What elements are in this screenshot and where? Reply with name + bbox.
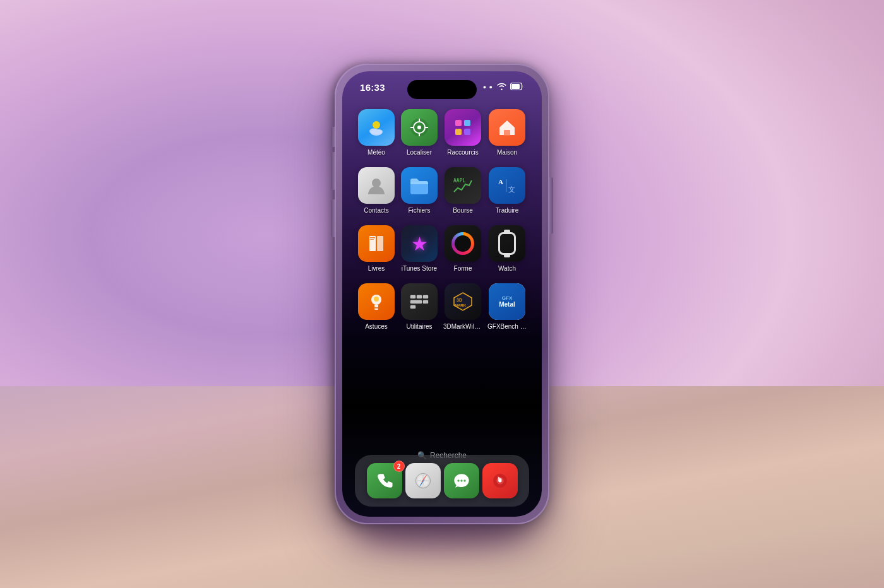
dock: 2 [355,455,529,507]
app-label-itunes: iTunes Store [402,265,437,272]
app-icon-gfxbench: GFX Metal [489,283,525,320]
phone-screen: 16:33 ● ● [342,71,542,517]
volume-down-button[interactable] [331,199,335,237]
dynamic-island [407,80,477,99]
dock-item-safari[interactable] [405,463,441,498]
dock-item-music[interactable] [482,463,518,498]
itunes-star-icon: ★ [411,233,428,255]
app-item-livres[interactable]: Livres [357,225,395,272]
svg-rect-14 [464,120,470,126]
forme-ring-icon [451,232,474,255]
app-label-forme: Forme [454,265,472,272]
svg-rect-32 [410,295,415,298]
svg-rect-25 [377,236,383,251]
app-item-maison[interactable]: Maison [487,109,527,156]
app-item-fichiers[interactable]: Fichiers [400,167,438,214]
phone: 16:33 ● ● [335,64,549,524]
gfxbench-content-icon: GFX Metal [489,283,525,320]
mute-switch-button[interactable] [331,127,335,147]
status-icons: ● ● [483,83,524,92]
svg-text:AAPL: AAPL [453,178,465,184]
scene: 16:33 ● ● [335,64,549,524]
svg-rect-27 [370,239,374,240]
svg-rect-13 [455,120,462,126]
svg-point-50 [463,479,465,481]
app-label-livres: Livres [368,265,385,272]
app-label-raccourcis: Raccourcis [447,149,478,156]
app-item-forme[interactable]: Forme [443,225,482,272]
app-item-utilitaires[interactable]: Utilitaires [400,283,438,330]
app-label-utilitaires: Utilitaires [406,323,432,330]
svg-rect-34 [423,295,428,298]
svg-rect-36 [423,300,428,303]
app-label-gfxbench: GFXBench Metal [487,323,527,330]
signal-icon: ● ● [483,84,493,90]
app-icon-bourse: AAPL [445,167,481,204]
svg-text:文: 文 [508,185,515,193]
watch-outline-icon [498,232,516,255]
app-grid: Météo Localiser [352,109,532,330]
app-icon-contacts [358,167,395,204]
app-label-watch: Watch [498,265,516,272]
app-icon-livres [358,225,395,262]
svg-text:A: A [498,178,503,185]
app-item-raccourcis[interactable]: Raccourcis [443,109,482,156]
app-label-maison: Maison [497,149,517,156]
app-icon-maison [489,109,525,146]
app-icon-meteo [358,109,395,146]
svg-point-49 [460,479,462,481]
app-label-bourse: Bourse [453,207,473,214]
power-button[interactable] [549,177,553,234]
app-item-contacts[interactable]: Contacts [357,167,395,214]
svg-text:3D: 3D [457,298,462,302]
svg-point-2 [373,121,380,129]
svg-rect-26 [370,237,375,238]
app-item-astuces[interactable]: Astuces [357,283,395,330]
svg-point-8 [417,126,421,129]
app-icon-messages [444,463,479,498]
phone-badge: 2 [393,461,405,472]
app-label-localiser: Localiser [407,149,432,156]
app-item-3dmark[interactable]: 3D MARK 3DMarkWildLi... [443,283,482,330]
app-icon-safari [405,463,441,498]
app-item-bourse[interactable]: AAPL Bourse [443,167,482,214]
dock-item-messages[interactable] [444,463,479,498]
wifi-icon [497,83,506,92]
app-label-meteo: Météo [367,149,385,156]
svg-rect-35 [410,300,422,303]
app-label-3dmark: 3DMarkWildLi... [443,323,482,330]
app-icon-forme [445,225,481,262]
app-icon-fichiers [401,167,438,204]
app-icon-utilitaires [401,283,438,320]
svg-rect-1 [511,84,520,89]
app-icon-watch [489,225,525,262]
app-item-gfxbench[interactable]: GFX Metal GFXBench Metal [487,283,527,330]
svg-text:MARK: MARK [455,303,467,307]
svg-point-5 [371,129,382,136]
battery-icon [510,83,524,92]
dock-item-phone[interactable]: 2 [367,463,402,498]
app-icon-astuces [358,283,395,320]
svg-point-31 [374,297,379,302]
app-icon-itunes: ★ [401,225,438,262]
app-icon-music [482,463,518,498]
app-item-localiser[interactable]: Localiser [400,109,438,156]
svg-rect-24 [369,236,376,251]
app-label-traduire: Traduire [496,207,519,214]
svg-point-48 [457,479,459,481]
app-item-traduire[interactable]: A 文 Traduire [487,167,527,214]
app-label-astuces: Astuces [365,323,388,330]
app-item-itunes[interactable]: ★ iTunes Store [400,225,438,272]
app-icon-localiser [401,109,438,146]
app-item-meteo[interactable]: Météo [357,109,395,156]
app-icon-traduire: A 文 [489,167,525,204]
svg-rect-15 [455,129,462,135]
volume-up-button[interactable] [331,152,335,190]
app-item-watch[interactable]: Watch [487,225,527,272]
svg-rect-16 [464,129,470,135]
svg-rect-33 [417,295,422,298]
svg-rect-37 [410,305,415,309]
svg-rect-17 [504,130,510,136]
svg-point-18 [372,179,381,187]
app-icon-3dmark: 3D MARK [445,283,481,320]
